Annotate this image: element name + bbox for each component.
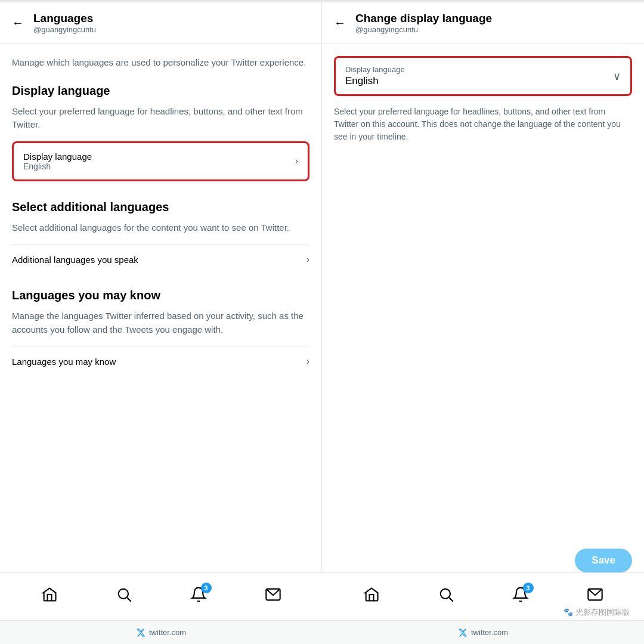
right-username: @guangyingcuntu [355, 25, 492, 34]
footer: twitter.com twitter.com 🐾 光影存图国际版 [0, 620, 644, 644]
display-language-box[interactable]: Display language English › [12, 141, 309, 181]
may-know-item-label: Languages you may know [12, 357, 116, 367]
left-header: ← Languages @guangyingcuntu [0, 2, 321, 44]
left-bell-icon[interactable]: 3 [190, 586, 207, 607]
left-nav: 3 [0, 586, 322, 607]
may-know-item[interactable]: Languages you may know › [12, 346, 309, 376]
left-username: @guangyingcuntu [33, 25, 96, 34]
left-back-button[interactable]: ← [12, 16, 24, 30]
bottom-nav: 3 3 [0, 572, 644, 620]
additional-section: Select additional languages Select addit… [12, 200, 309, 275]
footer-right-url: twitter.com [471, 628, 508, 637]
right-panel: ← Change display language @guangyingcunt… [322, 2, 644, 572]
lang-chevron-icon: › [295, 156, 298, 166]
left-description: Manage which languages are used to perso… [12, 56, 309, 70]
additional-item-label: Additional languages you speak [12, 255, 138, 265]
lang-info: Display language English [23, 151, 92, 171]
additional-languages-item[interactable]: Additional languages you speak › [12, 244, 309, 274]
left-panel-title: Languages [33, 12, 96, 25]
right-back-button[interactable]: ← [334, 16, 346, 30]
dropdown-label: Display language [345, 65, 405, 74]
right-header: ← Change display language @guangyingcunt… [322, 2, 644, 44]
language-dropdown[interactable]: Display language English ∨ [334, 56, 632, 96]
left-body: Manage which languages are used to perso… [0, 44, 321, 391]
right-body: Display language English ∨ Select your p… [322, 44, 644, 549]
svg-line-1 [127, 597, 131, 601]
may-know-chevron-icon: › [306, 356, 309, 367]
display-language-title: Display language [12, 84, 309, 98]
may-know-section: Languages you may know Manage the langua… [12, 289, 309, 376]
save-button[interactable]: Save [575, 549, 632, 572]
left-home-icon[interactable] [41, 586, 58, 607]
left-panel: ← Languages @guangyingcuntu Manage which… [0, 2, 322, 572]
lang-value: English [23, 162, 92, 171]
left-mail-icon[interactable] [265, 586, 281, 607]
additional-title: Select additional languages [12, 200, 309, 214]
right-description: Select your preferred language for headl… [334, 106, 632, 143]
save-btn-row: Save [322, 549, 644, 572]
lang-label: Display language [23, 151, 92, 162]
additional-subtitle: Select additional languages for the cont… [12, 221, 309, 235]
left-search-icon[interactable] [116, 586, 132, 607]
svg-point-3 [440, 589, 450, 599]
right-nav: 3 [322, 586, 644, 607]
footer-left-logo: twitter.com [136, 628, 186, 637]
dropdown-value: English [345, 75, 405, 87]
right-bell-icon[interactable]: 3 [512, 586, 529, 607]
footer-right: twitter.com [322, 628, 644, 637]
right-search-icon[interactable] [438, 586, 454, 607]
left-bell-badge: 3 [201, 583, 212, 593]
svg-line-4 [449, 597, 453, 601]
watermark: 🐾 光影存图国际版 [564, 607, 630, 618]
may-know-title: Languages you may know [12, 289, 309, 302]
display-language-subtitle: Select your preferred language for headl… [12, 105, 309, 132]
right-panel-title: Change display language [355, 12, 492, 25]
right-title-group: Change display language @guangyingcuntu [355, 12, 492, 34]
display-language-section: Display language Select your preferred l… [12, 84, 309, 181]
right-home-icon[interactable] [363, 586, 380, 607]
footer-right-logo: twitter.com [458, 628, 508, 637]
additional-chevron-icon: › [306, 254, 309, 265]
may-know-subtitle: Manage the languages Twitter inferred ba… [12, 309, 309, 336]
left-title-group: Languages @guangyingcuntu [33, 12, 96, 34]
right-mail-icon[interactable] [587, 586, 603, 607]
footer-left: twitter.com [0, 628, 322, 637]
footer-left-url: twitter.com [149, 628, 186, 637]
right-bell-badge: 3 [523, 583, 534, 593]
dropdown-inner: Display language English [345, 65, 405, 87]
dropdown-chevron-icon: ∨ [613, 70, 621, 83]
svg-point-0 [118, 589, 128, 599]
